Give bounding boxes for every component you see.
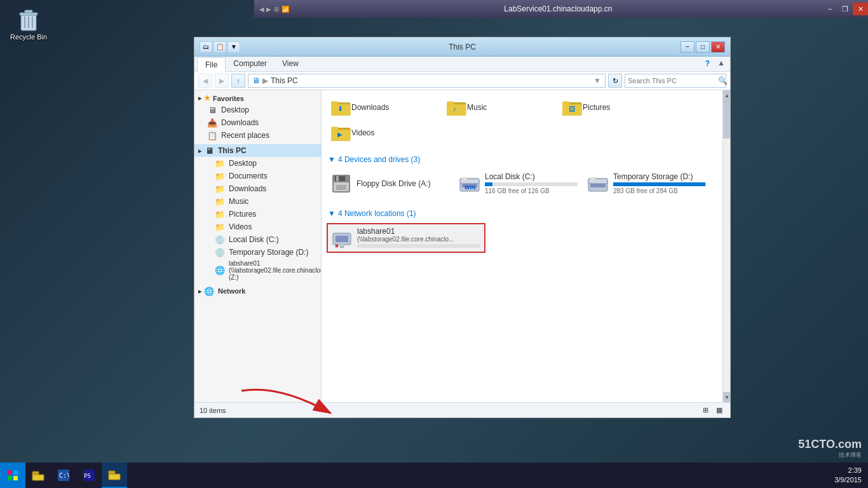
sidebar-section-favorites: ▸ ★ Favorites 🖥 Desktop 📥 Downloads 📋 [194,93,321,142]
remote-restore-btn[interactable]: ❐ [837,3,853,15]
tab-view[interactable]: View [275,57,306,71]
svg-rect-31 [462,177,467,180]
svg-text:🖼: 🖼 [569,105,575,112]
thispc-icon: 🖥 [204,146,214,156]
localc-info: Local Disk (C:) 116 GB free of 126 GB [485,172,578,194]
help-btn[interactable]: ? [700,57,715,71]
sidebar-item-localc[interactable]: 💿 Local Disk (C:) [194,233,321,246]
folder-item-videos[interactable]: ▶ Videos [327,121,441,145]
tempd-bar-container [613,182,706,186]
scroll-track [723,100,730,392]
sidebar-item-labshare[interactable]: 🌐 labshare01 (\\labstorage02.file.core.c… [194,259,321,282]
downloads-pc-icon: 📁 [215,184,225,194]
svg-rect-48 [13,476,18,480]
scroll-thumb[interactable] [723,100,730,139]
taskbar-active-explorer-btn[interactable] [102,463,127,488]
sidebar-item-videos[interactable]: 📁 Videos [194,220,321,233]
tab-computer[interactable]: Computer [226,57,275,71]
drive-item-localc[interactable]: WIN Local Disk (C:) 116 GB free of 126 G… [455,169,582,198]
remote-close-btn[interactable]: ✕ [853,3,868,15]
localc-bar [485,182,492,186]
svg-rect-38 [336,236,348,242]
svg-rect-2 [25,10,32,13]
sidebar-item-pictures[interactable]: 📁 Pictures [194,208,321,220]
refresh-btn[interactable]: ↻ [608,74,622,88]
address-dropdown-btn[interactable]: ▼ [593,76,601,85]
scrollbar[interactable]: ▲ ▼ [722,90,730,402]
folder-music-name: Music [467,103,487,112]
sidebar-item-downloads-pc[interactable]: 📁 Downloads [194,182,321,195]
scroll-up-btn[interactable]: ▲ [723,90,730,100]
sidebar-item-documents[interactable]: 📁 Documents [194,170,321,182]
thispc-arrow: ▸ [198,147,201,154]
svg-rect-50 [32,475,44,480]
search-icon[interactable]: 🔍 [718,74,728,87]
details-view-btn[interactable]: ⊞ [700,405,711,416]
sidebar-item-downloads-fav[interactable]: 📥 Downloads [194,116,321,129]
address-path-text: This PC [271,76,298,85]
sidebar-network-header[interactable]: ▸ 🌐 Network [194,285,321,297]
floppy-info: Floppy Disk Drive (A:) [356,179,449,188]
search-input[interactable] [625,77,718,85]
network-icon: 🌐 [204,286,214,296]
svg-rect-12 [447,104,466,116]
qa-btn-1[interactable]: 🗂 [200,41,212,53]
sidebar-thispc-label: This PC [218,146,247,155]
up-btn[interactable]: ↑ [231,74,245,88]
tempd-drive-icon [588,173,608,194]
remote-minimize-btn[interactable]: − [822,3,837,15]
sidebar-videos-label: Videos [229,222,252,231]
svg-rect-13 [447,101,454,105]
watermark-subtext: 技术博客 [798,451,862,459]
sidebar-thispc-header[interactable]: ▸ 🖥 This PC [194,144,321,157]
forward-btn[interactable]: ▶ [215,74,229,88]
back-btn[interactable]: ◀ [198,74,212,88]
folder-downloads-name: Downloads [351,103,389,112]
sidebar-item-desktop-pc[interactable]: 📁 Desktop [194,157,321,170]
taskbar-explorer-btn[interactable] [25,463,51,488]
maximize-btn[interactable]: □ [696,41,710,53]
drive-item-floppy[interactable]: Floppy Disk Drive (A:) [327,169,454,198]
sidebar-localc-label: Local Disk (C:) [229,235,279,244]
start-button[interactable] [0,463,25,488]
devices-arrow: ▼ [328,155,336,164]
localc-drive-name: Local Disk (C:) [485,172,578,181]
sidebar-favorites-header[interactable]: ▸ ★ Favorites [194,93,321,104]
drives-grid: Floppy Disk Drive (A:) WIN [327,169,717,199]
devices-drives-header[interactable]: ▼ 4 Devices and drives (3) [327,152,717,166]
localc-bar-container [485,182,578,186]
qa-btn-2[interactable]: 📋 [214,41,226,53]
qa-dropdown-btn[interactable]: ▼ [227,41,240,53]
sidebar-item-tempd[interactable]: 💿 Temporary Storage (D:) [194,246,321,259]
large-icons-view-btn[interactable]: ▦ [714,405,725,416]
clock-display: 2:39 3/9/2015 [834,466,862,485]
network-item-labshare[interactable]: labshare01 (\\labstorage02.file.core.chi… [327,223,485,253]
address-path[interactable]: 🖥 ▶ This PC ▼ [248,74,606,88]
taskbar-powershell-btn[interactable]: PS [76,463,102,488]
close-btn[interactable]: ✕ [711,41,725,53]
favorites-arrow: ▸ [198,95,201,102]
recycle-bin-icon[interactable]: Recycle Bin [6,6,51,41]
svg-rect-40 [340,244,344,246]
scroll-down-btn[interactable]: ▼ [723,392,730,402]
floppy-icon [331,173,351,194]
svg-rect-17 [562,101,569,105]
tempd-info: Temporary Storage (D:) 283 GB free of 28… [613,172,706,194]
taskbar-cmd-btn[interactable]: C:\ [51,463,76,488]
folder-item-pictures[interactable]: 🖼 Pictures [558,95,672,119]
drive-item-tempd[interactable]: Temporary Storage (D:) 283 GB free of 28… [583,169,710,198]
folder-item-downloads[interactable]: ⬇ Downloads [327,95,441,119]
folder-item-music[interactable]: ♪ Music [442,95,557,119]
sidebar-item-music[interactable]: 📁 Music [194,195,321,208]
tab-file[interactable]: File [197,57,226,72]
sidebar-desktop-pc-label: Desktop [229,159,257,168]
network-locations-label: 4 Network locations (1) [338,209,416,218]
sidebar-item-recent-places[interactable]: 📋 Recent places [194,129,321,142]
minimize-btn[interactable]: − [681,41,695,53]
labshare-icon: 🌐 [215,266,225,276]
sidebar-item-desktop-fav[interactable]: 🖥 Desktop [194,104,321,116]
network-locations-header[interactable]: ▼ 4 Network locations (1) [327,207,717,220]
recycle-bin-label: Recycle Bin [10,33,47,41]
ribbon-collapse-btn[interactable]: ▲ [715,57,728,69]
sidebar-tempd-label: Temporary Storage (D:) [229,248,308,257]
